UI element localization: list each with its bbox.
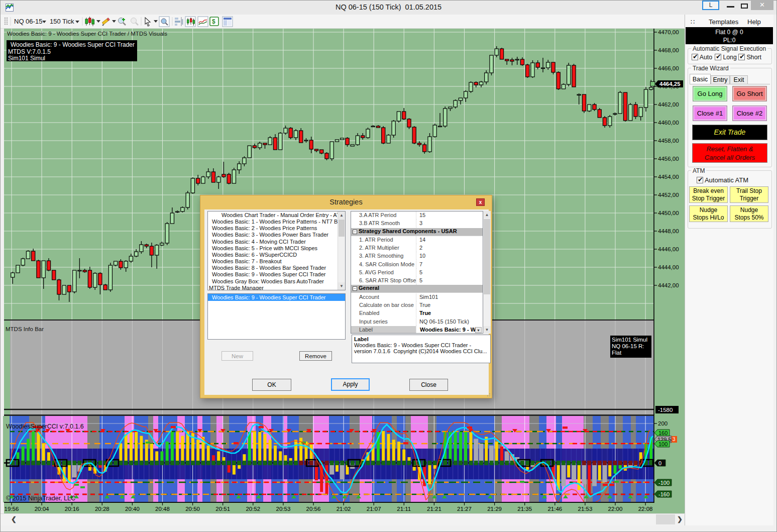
svg-text:21:29: 21:29 [487,506,502,512]
svg-text:Sim101 Simul: Sim101 Simul [8,55,45,62]
svg-text:21:02: 21:02 [337,506,351,512]
svg-text:4468,00: 4468,00 [658,47,679,53]
svg-text:4464,25: 4464,25 [659,81,681,87]
svg-text:20:48: 20:48 [155,506,170,512]
svg-text:19:56: 19:56 [5,506,19,512]
svg-text:21:21: 21:21 [427,506,441,512]
svg-text:4444,00: 4444,00 [658,264,679,270]
svg-text:Sim101 Simul: Sim101 Simul [612,337,647,343]
svg-text:21:11: 21:11 [397,506,411,512]
svg-text:4452,00: 4452,00 [658,192,679,198]
svg-text:4442,00: 4442,00 [658,282,679,288]
svg-text:NQ 06-15 R:: NQ 06-15 R: [612,343,644,349]
svg-text:4470,00: 4470,00 [658,29,679,35]
svg-text:WoodiesSuperCCI v:7.0.1.6: WoodiesSuperCCI v:7.0.1.6 [6,423,84,430]
svg-text:MTDS Info Bar: MTDS Info Bar [6,326,44,332]
svg-text:4448,00: 4448,00 [658,228,679,234]
svg-text:22:00: 22:00 [608,506,623,512]
svg-text:Woodies Basic: 9 - Woodies Sup: Woodies Basic: 9 - Woodies Super CCI Tra… [7,31,167,37]
svg-text:-100: -100 [658,480,670,486]
svg-text:20:28: 20:28 [95,506,109,512]
svg-text:-160: -160 [658,491,670,497]
svg-text:20:51: 20:51 [215,506,230,512]
svg-text:20:50: 20:50 [185,506,200,512]
svg-text:Woodies Basic: 9 - Woodies Sup: Woodies Basic: 9 - Woodies Super CCI Tra… [11,41,135,48]
svg-text:4450,00: 4450,00 [658,210,679,216]
svg-text:22:08: 22:08 [638,506,653,512]
svg-text:21:46: 21:46 [547,506,562,512]
svg-text:0: 0 [658,460,661,466]
svg-text:MTDS V:7.0.1.5: MTDS V:7.0.1.5 [8,48,51,55]
svg-text:4462,00: 4462,00 [658,101,679,108]
svg-text:© 2015 NinjaTrader, LLC: © 2015 NinjaTrader, LLC [6,495,75,502]
svg-text:20:52: 20:52 [246,506,260,512]
svg-text:-1580: -1580 [658,407,673,413]
svg-text:3: 3 [673,437,676,442]
svg-text:Flat: Flat [612,350,622,356]
svg-text:4454,00: 4454,00 [658,174,679,180]
svg-text:160: 160 [658,430,668,436]
svg-text:20:53: 20:53 [276,506,291,512]
svg-text:4456,00: 4456,00 [658,156,679,162]
svg-text:21:07: 21:07 [367,506,381,512]
svg-text:21:35: 21:35 [517,506,532,512]
svg-text:21:27: 21:27 [457,506,472,512]
svg-text:4458,00: 4458,00 [658,138,679,144]
svg-text:4460,00: 4460,00 [658,120,679,126]
svg-text:21:53: 21:53 [578,506,593,512]
svg-text:$: $ [212,18,215,25]
svg-text:150 Tick: 150 Tick [50,18,74,25]
svg-text:20:56: 20:56 [306,506,321,512]
svg-text:4446,00: 4446,00 [658,246,679,252]
svg-text:NQ 06-15: NQ 06-15 [14,18,42,25]
svg-text:100: 100 [658,441,668,447]
svg-text:20:40: 20:40 [125,506,140,512]
svg-text:20:04: 20:04 [35,506,49,512]
svg-text:4466,00: 4466,00 [658,65,679,71]
svg-text:20:16: 20:16 [65,506,79,512]
svg-text:200: 200 [658,420,668,427]
